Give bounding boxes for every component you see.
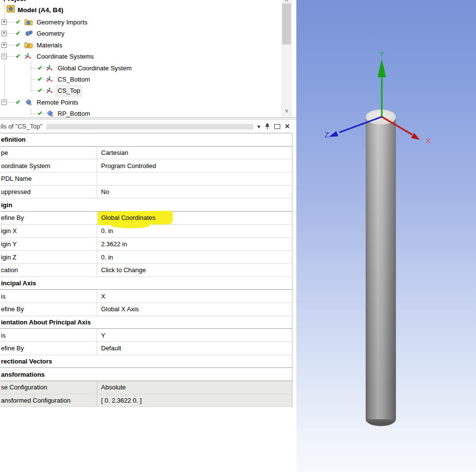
property-value[interactable]: Y bbox=[97, 329, 292, 342]
tree-item-label: Global Coordinate System bbox=[58, 63, 132, 74]
expand-icon[interactable]: + bbox=[1, 31, 7, 36]
property-value-text: Program Controlled bbox=[101, 162, 156, 170]
checkmark-icon: ✔ bbox=[16, 30, 21, 37]
expand-icon[interactable]: + bbox=[1, 43, 7, 48]
tree-item-label: Coordinate Systems bbox=[37, 51, 94, 62]
group-header-label: efinition bbox=[1, 136, 26, 143]
details-row: igin X0. in bbox=[0, 225, 292, 238]
viewport-3d[interactable]: Y X Z bbox=[296, 0, 476, 472]
details-row: PDL Name bbox=[0, 172, 292, 186]
property-value[interactable]: Global Coordinates bbox=[97, 212, 292, 224]
property-value[interactable]: Default bbox=[97, 342, 292, 355]
property-value[interactable]: No bbox=[97, 186, 292, 198]
remote-points-icon bbox=[24, 99, 33, 107]
tree-item-cs-bottom[interactable]: ✔CS_Bottom bbox=[0, 74, 278, 85]
property-value[interactable] bbox=[97, 172, 292, 185]
property-value[interactable]: Program Controlled bbox=[97, 159, 292, 172]
property-value: Absolute bbox=[97, 381, 292, 394]
tree-item-label: CS_Bottom bbox=[58, 74, 90, 85]
details-group-header: igin bbox=[0, 198, 292, 212]
details-row: isX bbox=[0, 290, 292, 303]
checkmark-icon: ✔ bbox=[16, 99, 21, 106]
property-value-text: 0. in bbox=[101, 227, 113, 235]
details-row: ansformed Configuration[ 0. 2.3622 0. ] bbox=[0, 394, 292, 408]
y-axis-arrowhead bbox=[378, 59, 386, 77]
property-label: is bbox=[0, 290, 97, 302]
property-label: PDL Name bbox=[0, 172, 97, 185]
tree-item-geometry-imports[interactable]: +✔Geometry Imports bbox=[0, 17, 278, 28]
details-header: ils of "CS_Top" ▾ ✕ bbox=[0, 120, 292, 133]
scrollbar-thumb[interactable] bbox=[282, 3, 291, 44]
property-label: ansformed Configuration bbox=[0, 394, 97, 407]
tree-item-label: Geometry bbox=[37, 28, 64, 39]
details-row: cationClick to Change bbox=[0, 264, 292, 277]
tree-item-label: Materials bbox=[37, 40, 62, 51]
dropdown-icon[interactable]: ▾ bbox=[257, 123, 260, 130]
details-row: peCartesian bbox=[0, 147, 292, 160]
tree-item-cs-top[interactable]: ✔CS_Top bbox=[0, 86, 278, 96]
float-icon[interactable] bbox=[274, 124, 280, 129]
details-group-header: incipal Axis bbox=[0, 277, 292, 290]
property-label: igin Y bbox=[0, 238, 97, 251]
coordinate-system-icon bbox=[46, 76, 55, 84]
details-row: uppressedNo bbox=[0, 186, 292, 199]
details-group-header: ientation About Principal Axis bbox=[0, 316, 292, 329]
property-label: igin X bbox=[0, 225, 97, 237]
group-header-label: ientation About Principal Axis bbox=[1, 319, 91, 326]
expand-icon[interactable]: + bbox=[1, 20, 7, 25]
property-value-text: Y bbox=[101, 332, 105, 339]
property-label: efine By bbox=[0, 303, 97, 316]
z-axis-label: Z bbox=[325, 130, 329, 139]
close-icon[interactable]: ✕ bbox=[285, 123, 290, 130]
tree-item-rp-bottom[interactable]: ✔RP_Bottom bbox=[0, 108, 278, 118]
property-value[interactable]: X bbox=[97, 290, 292, 302]
property-label: efine By bbox=[0, 342, 97, 355]
property-value-text: Click to Change bbox=[101, 266, 146, 274]
coordinate-system-icon bbox=[46, 87, 55, 95]
tree-item-materials[interactable]: +✔Materials bbox=[0, 40, 278, 51]
tree-item-label: Geometry Imports bbox=[37, 17, 87, 28]
property-value: [ 0. 2.3622 0. ] bbox=[97, 394, 292, 407]
tree-scrollbar[interactable]: ∧ ∨ bbox=[281, 0, 292, 118]
details-row: efine ByGlobal X Axis bbox=[0, 303, 292, 316]
property-value[interactable]: Global X Axis bbox=[97, 303, 292, 316]
tree-connector-line bbox=[7, 33, 15, 34]
property-value[interactable]: Click to Change bbox=[97, 264, 292, 277]
property-value-text: Global Coordinates bbox=[101, 214, 155, 221]
property-value[interactable]: 0. in bbox=[97, 251, 292, 263]
details-row: efine ByGlobal Coordinates bbox=[0, 212, 292, 225]
group-header-label: rectional Vectors bbox=[1, 358, 52, 365]
checkmark-icon: ✔ bbox=[16, 53, 21, 60]
details-table: efinitionpeCartesianoordinate SystemProg… bbox=[0, 133, 292, 407]
tree-item-model[interactable]: Model (A4, B4) bbox=[6, 4, 63, 15]
cylinder-body[interactable] bbox=[366, 117, 396, 419]
pin-icon[interactable] bbox=[265, 123, 270, 130]
property-value[interactable]: 2.3622 in bbox=[97, 238, 292, 251]
model-icon bbox=[6, 5, 15, 15]
remote-point-icon bbox=[46, 110, 55, 118]
collapse-icon[interactable]: − bbox=[1, 100, 7, 105]
tree-connector-line bbox=[7, 102, 15, 103]
details-row: igin Z0. in bbox=[0, 251, 292, 264]
property-value-text: No bbox=[101, 188, 109, 195]
tree-item-coordinate-systems[interactable]: −✔Coordinate Systems bbox=[0, 51, 278, 62]
property-value[interactable]: 0. in bbox=[97, 225, 292, 237]
property-label: is bbox=[0, 329, 97, 342]
property-value-text: 2.3622 in bbox=[101, 240, 127, 248]
tree-item-geometry[interactable]: +✔Geometry bbox=[0, 28, 278, 39]
tree-root-project[interactable]: Project bbox=[3, 0, 26, 2]
tree-item-global-coordinate-system[interactable]: ✔Global Coordinate System bbox=[0, 63, 278, 74]
scroll-down-icon[interactable]: ∨ bbox=[281, 107, 292, 114]
property-value[interactable]: Cartesian bbox=[97, 147, 292, 159]
tree-item-remote-points[interactable]: −✔Remote Points bbox=[0, 97, 278, 108]
tree-connector-line bbox=[7, 22, 15, 22]
scroll-up-icon[interactable]: ∧ bbox=[281, 0, 292, 3]
checkmark-icon: ✔ bbox=[38, 76, 42, 83]
details-row: oordinate SystemProgram Controlled bbox=[0, 159, 292, 172]
tree-connector-line bbox=[7, 56, 15, 57]
z-axis-line bbox=[339, 117, 382, 132]
collapse-icon[interactable]: − bbox=[1, 54, 7, 59]
geometry-icon bbox=[24, 30, 33, 38]
details-row: isY bbox=[0, 329, 292, 342]
project-tree-pane: Project Model (A4, B4) +✔Geometry Import… bbox=[0, 0, 292, 118]
